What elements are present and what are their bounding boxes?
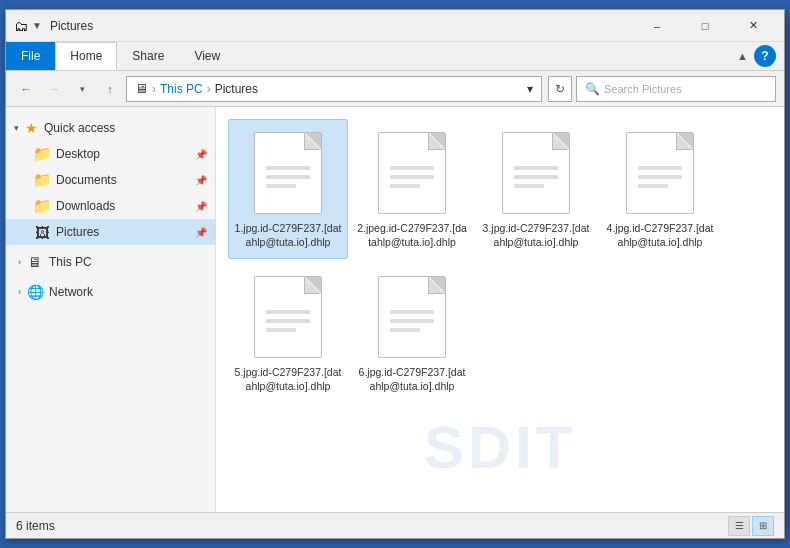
sidebar-group-network: › 🌐 Network — [6, 279, 215, 305]
list-view-button[interactable]: ☰ — [728, 516, 750, 536]
forward-button[interactable]: → — [42, 77, 66, 101]
pc-icon: 🖥 — [27, 254, 43, 270]
chevron-right-network-icon: › — [18, 287, 21, 297]
up-button[interactable]: ↑ — [98, 77, 122, 101]
sidebar-item-this-pc[interactable]: › 🖥 This PC — [6, 249, 215, 275]
address-box[interactable]: 🖥 › This PC › Pictures ▾ — [126, 76, 542, 102]
minimize-button[interactable]: – — [634, 14, 680, 38]
sidebar-group-thispc: › 🖥 This PC — [6, 249, 215, 275]
folder-pictures-icon: 🖼 — [34, 224, 50, 240]
window-title: Pictures — [50, 19, 634, 33]
folder-blue-icon: 📁 — [34, 146, 50, 162]
title-bar: 🗂 ▼ Pictures – □ ✕ — [6, 10, 784, 42]
file-icon-wrapper — [248, 128, 328, 218]
sidebar-item-desktop[interactable]: 📁 Desktop 📌 — [6, 141, 215, 167]
file-item[interactable]: 5.jpg.id-C279F237.[datahlp@tuta.io].dhlp — [228, 263, 348, 403]
file-icon-wrapper — [372, 272, 452, 362]
file-page-icon — [502, 132, 570, 214]
folder-documents-icon: 📁 — [34, 172, 50, 188]
pin-icon-docs: 📌 — [195, 175, 207, 186]
close-button[interactable]: ✕ — [730, 14, 776, 38]
ribbon-collapse-icon[interactable]: ▲ — [737, 50, 748, 62]
file-grid: 1.jpg.id-C279F237.[datahlp@tuta.io].dhlp — [224, 115, 776, 407]
file-page-icon — [254, 132, 322, 214]
file-icon-wrapper — [496, 128, 576, 218]
file-item[interactable]: 3.jpg.id-C279F237.[datahlp@tuta.io].dhlp — [476, 119, 596, 259]
file-name: 2.jpeg.id-C279F237.[datahlp@tuta.io].dhl… — [357, 222, 467, 249]
file-item[interactable]: 1.jpg.id-C279F237.[datahlp@tuta.io].dhlp — [228, 119, 348, 259]
file-area: SDIT 1.jpg.id-C279F237.[datahlp@tut — [216, 107, 784, 512]
ribbon-tabs: File Home Share View ▲ ? — [6, 42, 784, 70]
address-bar-row: ← → ▾ ↑ 🖥 › This PC › Pictures ▾ ↻ 🔍 Sea… — [6, 71, 784, 107]
view-toggle: ☰ ⊞ — [728, 516, 774, 536]
help-button[interactable]: ? — [754, 45, 776, 67]
network-icon: 🌐 — [27, 284, 43, 300]
sidebar-thispc-label: This PC — [49, 255, 92, 269]
watermark: SDIT — [424, 413, 577, 482]
maximize-button[interactable]: □ — [682, 14, 728, 38]
tab-home[interactable]: Home — [55, 42, 117, 70]
file-item[interactable]: 2.jpeg.id-C279F237.[datahlp@tuta.io].dhl… — [352, 119, 472, 259]
sidebar-item-downloads[interactable]: 📁 Downloads 📌 — [6, 193, 215, 219]
grid-view-button[interactable]: ⊞ — [752, 516, 774, 536]
pin-icon-pic: 📌 — [195, 227, 207, 238]
sidebar-documents-label: Documents — [56, 173, 117, 187]
file-name: 3.jpg.id-C279F237.[datahlp@tuta.io].dhlp — [481, 222, 591, 249]
refresh-button[interactable]: ↻ — [548, 76, 572, 102]
file-explorer-window: 🗂 ▼ Pictures – □ ✕ File Home Share View — [5, 9, 785, 539]
address-this-pc[interactable]: This PC — [160, 82, 203, 96]
file-icon-wrapper — [372, 128, 452, 218]
file-icon-wrapper — [620, 128, 700, 218]
file-page-icon — [626, 132, 694, 214]
folder-downloads-icon: 📁 — [34, 198, 50, 214]
sidebar-network-label: Network — [49, 285, 93, 299]
dropdown-recent-button[interactable]: ▾ — [70, 77, 94, 101]
search-icon: 🔍 — [585, 82, 600, 96]
file-name: 1.jpg.id-C279F237.[datahlp@tuta.io].dhlp — [233, 222, 343, 249]
file-page-icon — [254, 276, 322, 358]
file-page-icon — [378, 276, 446, 358]
window-controls: – □ ✕ — [634, 14, 776, 38]
sidebar-group-quick-access: ▾ ★ Quick access 📁 Desktop 📌 📁 Documents — [6, 115, 215, 245]
sidebar-quick-access-header[interactable]: ▾ ★ Quick access — [6, 115, 215, 141]
file-name: 4.jpg.id-C279F237.[datahlp@tuta.io].dhlp — [605, 222, 715, 249]
sidebar-desktop-label: Desktop — [56, 147, 100, 161]
file-icon-wrapper — [248, 272, 328, 362]
sidebar-downloads-label: Downloads — [56, 199, 115, 213]
file-name: 6.jpg.id-C279F237.[datahlp@tuta.io].dhlp — [357, 366, 467, 393]
tab-view[interactable]: View — [179, 42, 235, 70]
star-icon: ★ — [25, 120, 38, 136]
pin-icon: 📌 — [195, 149, 207, 160]
sidebar-item-label: Quick access — [44, 121, 115, 135]
main-content: ▾ ★ Quick access 📁 Desktop 📌 📁 Documents — [6, 107, 784, 512]
tab-file[interactable]: File — [6, 42, 55, 70]
sidebar-item-network[interactable]: › 🌐 Network — [6, 279, 215, 305]
sidebar: ▾ ★ Quick access 📁 Desktop 📌 📁 Documents — [6, 107, 216, 512]
sidebar-item-pictures[interactable]: 🖼 Pictures 📌 — [6, 219, 215, 245]
chevron-right-icon: › — [18, 257, 21, 267]
ribbon: File Home Share View ▲ ? — [6, 42, 784, 71]
pin-icon-dl: 📌 — [195, 201, 207, 212]
search-placeholder: Search Pictures — [604, 83, 682, 95]
tab-share[interactable]: Share — [117, 42, 179, 70]
title-bar-icons: 🗂 ▼ — [14, 18, 42, 34]
chevron-down-icon: ▾ — [14, 123, 19, 133]
address-pictures: Pictures — [215, 82, 258, 96]
sidebar-pictures-label: Pictures — [56, 225, 99, 239]
search-box[interactable]: 🔍 Search Pictures — [576, 76, 776, 102]
file-item[interactable]: 6.jpg.id-C279F237.[datahlp@tuta.io].dhlp — [352, 263, 472, 403]
file-item[interactable]: 4.jpg.id-C279F237.[datahlp@tuta.io].dhlp — [600, 119, 720, 259]
back-button[interactable]: ← — [14, 77, 38, 101]
status-bar: 6 items ☰ ⊞ — [6, 512, 784, 538]
status-text: 6 items — [16, 519, 728, 533]
file-page-icon — [378, 132, 446, 214]
file-name: 5.jpg.id-C279F237.[datahlp@tuta.io].dhlp — [233, 366, 343, 393]
sidebar-item-documents[interactable]: 📁 Documents 📌 — [6, 167, 215, 193]
